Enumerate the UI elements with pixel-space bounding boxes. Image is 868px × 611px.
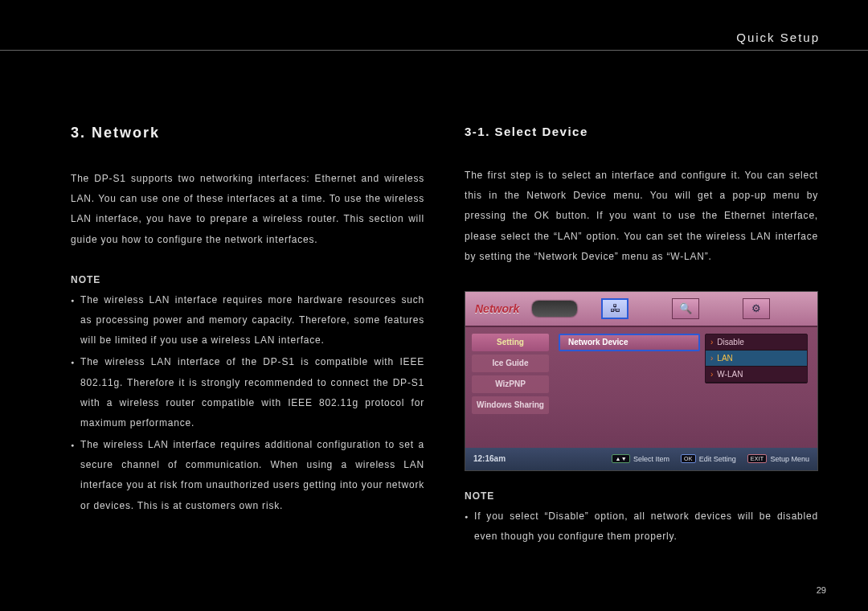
popup-option-lan[interactable]: ›LAN xyxy=(706,351,807,367)
page-number: 29 xyxy=(817,585,826,595)
badge-exit: EXIT xyxy=(747,454,768,463)
popup-option-label: Disable xyxy=(717,338,743,347)
ss-sidebar: Setting Ice Guide WizPNP Windows Sharing xyxy=(472,332,549,448)
chevron-right-icon: › xyxy=(710,370,713,379)
tab-search-icon[interactable]: 🔍 xyxy=(672,298,699,319)
popup-option-label: LAN xyxy=(717,354,732,363)
sidebar-item-ice-guide[interactable]: Ice Guide xyxy=(472,355,549,372)
sidebar-item-wizpnp[interactable]: WizPNP xyxy=(472,375,549,393)
page-header-title: Quick Setup xyxy=(736,31,820,44)
device-icon xyxy=(532,301,577,317)
section-heading-select-device: 3-1. Select Device xyxy=(465,125,818,138)
popup-network-device: ›Disable ›LAN ›W-LAN xyxy=(705,334,808,383)
tab-network-icon[interactable]: 🖧 xyxy=(601,298,628,319)
intro-text-left: The DP-S1 supports two networking interf… xyxy=(71,169,424,250)
ss-title: Network xyxy=(475,302,519,315)
ss-footer-bar: 12:16am ▲▼Select Item OKEdit Setting EXI… xyxy=(465,448,817,470)
section-heading-network: 3. Network xyxy=(71,125,424,141)
ss-top-bar: Network 🖧 🔍 ⚙ xyxy=(465,292,817,327)
embedded-ui-screenshot: Network 🖧 🔍 ⚙ Setting Ice Guide WizPNP W… xyxy=(465,291,818,471)
chevron-right-icon: › xyxy=(710,338,713,347)
chevron-right-icon: › xyxy=(710,354,713,363)
ss-body: Setting Ice Guide WizPNP Windows Sharing… xyxy=(465,327,817,448)
sidebar-item-setting[interactable]: Setting xyxy=(472,334,549,351)
content-columns: 3. Network The DP-S1 supports two networ… xyxy=(71,125,824,548)
sidebar-item-windows-sharing[interactable]: Windows Sharing xyxy=(472,396,549,414)
left-column: 3. Network The DP-S1 supports two networ… xyxy=(71,125,424,548)
note-label-left: NOTE xyxy=(71,274,424,285)
ss-tab-icons: 🖧 🔍 ⚙ xyxy=(601,298,770,319)
intro-text-right: The first step is to select an interface… xyxy=(465,166,818,267)
popup-option-disable[interactable]: ›Disable xyxy=(706,334,807,351)
popup-option-wlan[interactable]: ›W-LAN xyxy=(706,367,807,383)
badge-ok: OK xyxy=(681,454,696,463)
header-rule xyxy=(0,50,868,51)
field-network-device[interactable]: Network Device xyxy=(559,334,700,351)
ss-main: Network Device ›Disable ›LAN ›W-LAN xyxy=(549,332,811,448)
note-list-right: If you select “Disable” option, all netw… xyxy=(465,506,818,547)
note-item: The wireless LAN interface requires addi… xyxy=(71,435,424,516)
popup-option-label: W-LAN xyxy=(717,370,743,379)
note-list-left: The wireless LAN interface requires more… xyxy=(71,290,424,516)
hint-select-item: ▲▼Select Item xyxy=(612,454,669,463)
hint-label: Setup Menu xyxy=(770,455,809,463)
hint-setup-menu: EXITSetup Menu xyxy=(747,454,809,463)
clock: 12:16am xyxy=(473,454,514,463)
hint-label: Edit Setting xyxy=(699,455,736,463)
note-item: If you select “Disable” option, all netw… xyxy=(465,506,818,547)
hint-label: Select Item xyxy=(633,455,669,463)
tab-settings-icon[interactable]: ⚙ xyxy=(743,298,770,319)
note-item: The wireless LAN interface of the DP-S1 … xyxy=(71,352,424,433)
right-column: 3-1. Select Device The first step is to … xyxy=(465,125,818,548)
badge-arrows: ▲▼ xyxy=(612,454,629,463)
note-item: The wireless LAN interface requires more… xyxy=(71,290,424,351)
hint-edit-setting: OKEdit Setting xyxy=(681,454,736,463)
note-label-right: NOTE xyxy=(465,490,818,502)
